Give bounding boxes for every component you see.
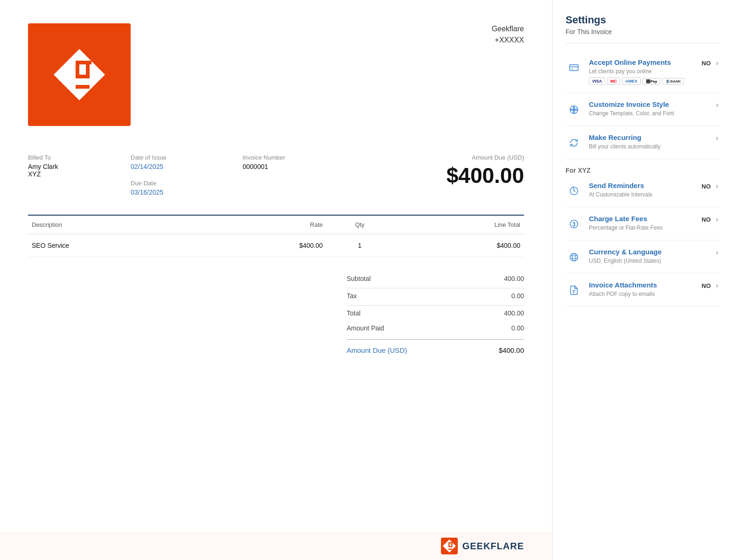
date-issue-value: 02/14/2025 [131,163,233,170]
setting-currency-language[interactable]: Currency & Language USD, English (United… [566,240,721,273]
table-row: SEO Service $400.00 1 $400.00 [28,234,524,257]
currency-language-toggle: › [713,249,721,256]
company-logo [28,23,131,126]
svg-point-25 [572,253,575,261]
item-line-total: $400.00 [393,234,524,257]
applepay-icon: ⬛Pay [643,78,660,85]
make-recurring-desc: Bill your clients automatically [589,143,709,150]
amount-due-group: Amount Due (USD) $400.00 [355,154,524,196]
settings-title: Settings [566,14,721,26]
col-qty: Qty [327,215,393,234]
invoice-panel: Geekflare +XXXXX Billed To Amy Clark XYZ… [0,0,552,560]
footer-logo-icon [441,538,458,554]
payment-icons-row: VISA MC AMEX ⬛Pay 🏦BANK [589,77,697,85]
tax-value: 0.00 [511,292,524,300]
tax-row: Tax 0.00 [347,288,524,303]
item-description: SEO Service [28,234,204,257]
accept-payments-name: Accept Online Payments [589,58,697,66]
invoice-attachments-icon [566,282,582,299]
setting-invoice-attachments[interactable]: Invoice Attachments Attach PDF copy to e… [566,273,721,307]
invoice-attachments-toggle: NO › [702,282,721,289]
visa-icon: VISA [589,77,605,85]
charge-late-fees-desc: Percentage or Flat-Rate Fees [589,224,697,231]
send-reminders-chevron: › [713,182,721,190]
total-row: Total 400.00 [347,305,524,321]
customize-style-icon [566,101,582,118]
total-label: Total [347,309,361,317]
charge-late-fees-toggle: NO › [702,216,721,223]
currency-language-chevron: › [713,249,721,256]
accept-payments-icon [566,59,582,76]
invoice-attachments-desc: Attach PDF copy to emails [589,291,697,297]
svg-rect-12 [448,549,453,550]
invoice-number-label: Invoice Number [243,154,345,161]
tax-label: Tax [347,292,357,300]
charge-late-fees-icon [566,216,582,232]
currency-language-name: Currency & Language [589,248,709,256]
svg-point-24 [570,253,578,261]
accept-payments-chevron: › [713,59,721,67]
amount-due-footer-value: $400.00 [499,346,524,354]
footer-logo: GEEKFLARE [441,538,524,554]
accept-payments-content: Accept Online Payments Let clients pay y… [589,58,697,85]
invoice-table: Description Rate Qty Line Total SEO Serv… [28,215,524,257]
setting-charge-late-fees[interactable]: Charge Late Fees Percentage or Flat-Rate… [566,207,721,240]
item-qty: 1 [327,234,393,257]
send-reminders-icon [566,182,582,199]
setting-customize-style[interactable]: Customize Invoice Style Change Template,… [566,93,721,126]
invoice-attachments-content: Invoice Attachments Attach PDF copy to e… [589,281,697,297]
svg-rect-13 [570,65,578,71]
amount-due-label: Amount Due (USD) [355,154,524,161]
customize-style-desc: Change Template, Color, and Font [589,110,709,117]
make-recurring-chevron: › [713,134,721,142]
charge-late-fees-name: Charge Late Fees [589,215,697,223]
setting-accept-payments[interactable]: Accept Online Payments Let clients pay y… [566,51,721,93]
amount-paid-value: 0.00 [511,324,524,332]
svg-rect-6 [76,85,90,89]
invoice-attachments-chevron: › [713,282,721,289]
currency-language-content: Currency & Language USD, English (United… [589,248,709,264]
invoice-attachments-no: NO [702,282,711,289]
subtotal-row: Subtotal 400.00 [347,271,524,286]
invoice-header: Geekflare +XXXXX [28,23,524,126]
date-issue-label: Date of Issue [131,154,233,161]
amount-paid-label: Amount Paid [347,324,384,332]
send-reminders-content: Send Reminders At Customizable Intervals [589,182,697,198]
billed-to-group: Billed To Amy Clark XYZ [28,154,121,196]
amount-due-value: $400.00 [355,165,524,186]
client-company: XYZ [28,170,121,178]
svg-line-19 [574,191,575,192]
settings-panel: Settings For This Invoice Accept Online … [552,0,734,560]
charge-late-fees-content: Charge Late Fees Percentage or Flat-Rate… [589,215,697,231]
make-recurring-icon [566,134,582,151]
accept-payments-no: NO [702,60,711,67]
for-this-invoice-label: For This Invoice [566,28,721,35]
customize-style-name: Customize Invoice Style [589,100,709,108]
customize-style-content: Customize Invoice Style Change Template,… [589,100,709,117]
footer-brand-text: GEEKFLARE [462,541,524,552]
date-group: Date of Issue 02/14/2025 Due Date 03/16/… [131,154,233,196]
invoice-footer: GEEKFLARE [0,532,552,560]
billed-to-label: Billed To [28,154,121,161]
amount-paid-row: Amount Paid 0.00 [347,321,524,336]
table-header-row: Description Rate Qty Line Total [28,215,524,234]
amount-due-footer-label: Amount Due (USD) [347,346,407,354]
subtotal-value: 400.00 [504,275,524,282]
send-reminders-name: Send Reminders [589,182,697,189]
setting-send-reminders[interactable]: Send Reminders At Customizable Intervals… [566,174,721,207]
customize-style-chevron: › [713,101,721,109]
charge-late-fees-chevron: › [713,216,721,223]
make-recurring-toggle: › [713,134,721,142]
amex-icon: AMEX [622,77,641,85]
send-reminders-no: NO [702,183,711,190]
company-info: Geekflare +XXXXX [492,23,524,46]
client-name: Amy Clark [28,163,121,170]
setting-make-recurring[interactable]: Make Recurring Bill your clients automat… [566,126,721,159]
make-recurring-content: Make Recurring Bill your clients automat… [589,133,709,150]
make-recurring-name: Make Recurring [589,133,709,141]
total-value: 400.00 [504,309,524,317]
col-line-total: Line Total [393,215,524,234]
for-xyz-label: For XYZ [566,167,721,174]
invoice-number-value: 0000001 [243,163,345,170]
invoice-number-group: Invoice Number 0000001 [243,154,345,196]
